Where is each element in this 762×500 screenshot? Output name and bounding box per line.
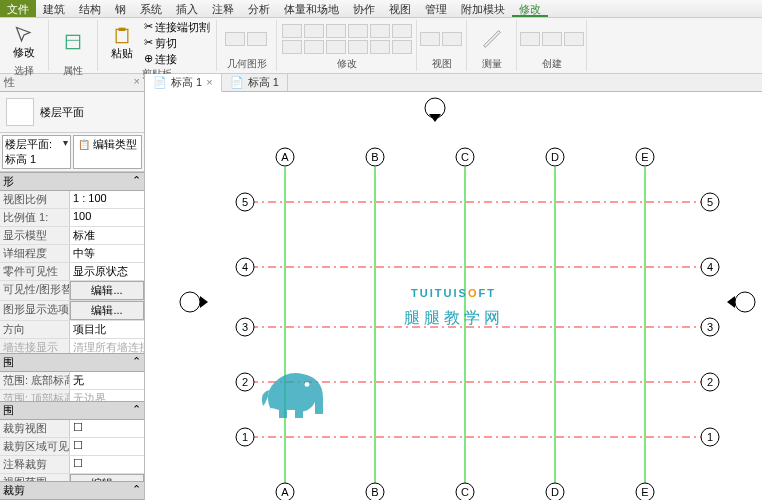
menu-arch[interactable]: 建筑 xyxy=(36,0,72,17)
prop-value[interactable]: 显示原状态 xyxy=(70,263,144,280)
prop-edit-button[interactable]: 编辑... xyxy=(70,301,144,320)
join-button[interactable]: ⊕连接 xyxy=(144,52,210,67)
menu-analyze[interactable]: 分析 xyxy=(241,0,277,17)
svg-text:4: 4 xyxy=(242,261,248,273)
drawing-canvas[interactable]: A A B B C C D D E E 5 5 4 4 3 3 2 2 1 1 … xyxy=(145,92,762,500)
prop-row[interactable]: 注释裁剪 xyxy=(0,456,144,474)
prop-row[interactable]: 可见性/图形替换编辑... xyxy=(0,281,144,301)
mod-tool-6[interactable] xyxy=(392,24,412,38)
mod-tool-4[interactable] xyxy=(348,24,368,38)
prop-key: 零件可见性 xyxy=(0,263,70,280)
cut-button[interactable]: ✂剪切 xyxy=(144,36,210,51)
prop-value[interactable] xyxy=(70,420,144,437)
prop-key: 范围: 底部标高 xyxy=(0,372,70,389)
mod-tool-8[interactable] xyxy=(304,40,324,54)
group-label-view: 视图 xyxy=(432,57,452,71)
prop-row[interactable]: 零件可见性显示原状态 xyxy=(0,263,144,281)
svg-text:D: D xyxy=(551,486,559,498)
create-tool-3[interactable] xyxy=(564,32,584,46)
svg-text:5: 5 xyxy=(242,196,248,208)
prop-row[interactable]: 视图比例1 : 100 xyxy=(0,191,144,209)
menu-annotate[interactable]: 注释 xyxy=(205,0,241,17)
prop-row[interactable]: 显示模型标准 xyxy=(0,227,144,245)
section-marker-top[interactable] xyxy=(425,98,445,122)
instance-selector[interactable]: 楼层平面: 标高 1▾ xyxy=(2,135,71,169)
paste-button[interactable]: 粘贴 xyxy=(104,22,140,66)
prop-value[interactable] xyxy=(70,438,144,455)
prop-value[interactable]: 1 : 100 xyxy=(70,191,144,208)
view-tool-2[interactable] xyxy=(442,32,462,46)
mod-tool-9[interactable] xyxy=(326,40,346,54)
category-identity[interactable]: 裁剪⌃ xyxy=(0,481,144,500)
create-tool-1[interactable] xyxy=(520,32,540,46)
ribbon-group-geometry: 几何图形 xyxy=(217,20,277,71)
mod-tool-1[interactable] xyxy=(282,24,302,38)
prop-row[interactable]: 裁剪区域可见 xyxy=(0,438,144,456)
svg-point-5 xyxy=(180,292,200,312)
create-tool-2[interactable] xyxy=(542,32,562,46)
menu-addins[interactable]: 附加模块 xyxy=(454,0,512,17)
category-extents-1[interactable]: 围⌃ xyxy=(0,353,144,372)
modify-button[interactable]: 修改 xyxy=(6,20,42,64)
mod-tool-5[interactable] xyxy=(370,24,390,38)
svg-text:A: A xyxy=(281,486,289,498)
cope-button[interactable]: ✂连接端切割 xyxy=(144,20,210,35)
prop-value[interactable] xyxy=(70,456,144,473)
menu-file[interactable]: 文件 xyxy=(0,0,36,17)
svg-text:E: E xyxy=(641,486,648,498)
prop-edit-button[interactable]: 编辑... xyxy=(70,281,144,300)
svg-text:3: 3 xyxy=(242,321,248,333)
measure-button[interactable] xyxy=(476,23,508,55)
prop-key: 比例值 1: xyxy=(0,209,70,226)
menu-massing[interactable]: 体量和场地 xyxy=(277,0,346,17)
mod-tool-3[interactable] xyxy=(326,24,346,38)
mod-tool-12[interactable] xyxy=(392,40,412,54)
prop-value[interactable]: 标准 xyxy=(70,227,144,244)
edit-type-button[interactable]: 📋 编辑类型 xyxy=(73,135,142,169)
prop-row[interactable]: 比例值 1:100 xyxy=(0,209,144,227)
close-tab-1-icon[interactable]: × xyxy=(206,76,212,88)
close-properties-icon[interactable]: × xyxy=(134,75,140,90)
menu-struct[interactable]: 结构 xyxy=(72,0,108,17)
prop-row[interactable]: 裁剪视图 xyxy=(0,420,144,438)
mod-tool-11[interactable] xyxy=(370,40,390,54)
mod-tool-10[interactable] xyxy=(348,40,368,54)
category-graphics[interactable]: 形⌃ xyxy=(0,172,144,191)
prop-row[interactable]: 范围: 底部标高无 xyxy=(0,372,144,390)
category-extents-2[interactable]: 围⌃ xyxy=(0,401,144,420)
prop-value[interactable]: 清理所有墙连接 xyxy=(70,339,144,353)
geom-tool-1[interactable] xyxy=(225,32,245,46)
prop-value[interactable]: 中等 xyxy=(70,245,144,262)
document-tab-2[interactable]: 📄标高 1 xyxy=(222,74,288,91)
prop-key: 视图比例 xyxy=(0,191,70,208)
svg-text:2: 2 xyxy=(242,376,248,388)
elevation-marker-left[interactable] xyxy=(180,292,208,312)
menu-system[interactable]: 系统 xyxy=(133,0,169,17)
prop-row[interactable]: 图形显示选项编辑... xyxy=(0,301,144,321)
menu-manage[interactable]: 管理 xyxy=(418,0,454,17)
prop-value[interactable]: 无 xyxy=(70,372,144,389)
prop-row[interactable]: 方向项目北 xyxy=(0,321,144,339)
svg-text:B: B xyxy=(371,486,378,498)
prop-row[interactable]: 墙连接显示清理所有墙连接 xyxy=(0,339,144,353)
prop-row[interactable]: 详细程度中等 xyxy=(0,245,144,263)
properties-button[interactable] xyxy=(55,20,91,64)
view-tool-1[interactable] xyxy=(420,32,440,46)
menu-insert[interactable]: 插入 xyxy=(169,0,205,17)
menu-modify[interactable]: 修改 xyxy=(512,0,548,17)
mod-tool-2[interactable] xyxy=(304,24,324,38)
prop-row[interactable]: 范围: 顶部标高无边界 xyxy=(0,390,144,402)
geom-tool-2[interactable] xyxy=(247,32,267,46)
prop-value[interactable]: 100 xyxy=(70,209,144,226)
ribbon-group-modify: 修改 xyxy=(277,20,417,71)
mod-tool-7[interactable] xyxy=(282,40,302,54)
svg-text:D: D xyxy=(551,151,559,163)
prop-value[interactable]: 无边界 xyxy=(70,390,144,402)
ribbon-group-measure: 测量 xyxy=(467,20,517,71)
menu-collab[interactable]: 协作 xyxy=(346,0,382,17)
menu-view[interactable]: 视图 xyxy=(382,0,418,17)
document-tab-1[interactable]: 📄标高 1× xyxy=(145,74,222,92)
elevation-marker-right[interactable] xyxy=(727,292,755,312)
prop-value[interactable]: 项目北 xyxy=(70,321,144,338)
menu-steel[interactable]: 钢 xyxy=(108,0,133,17)
